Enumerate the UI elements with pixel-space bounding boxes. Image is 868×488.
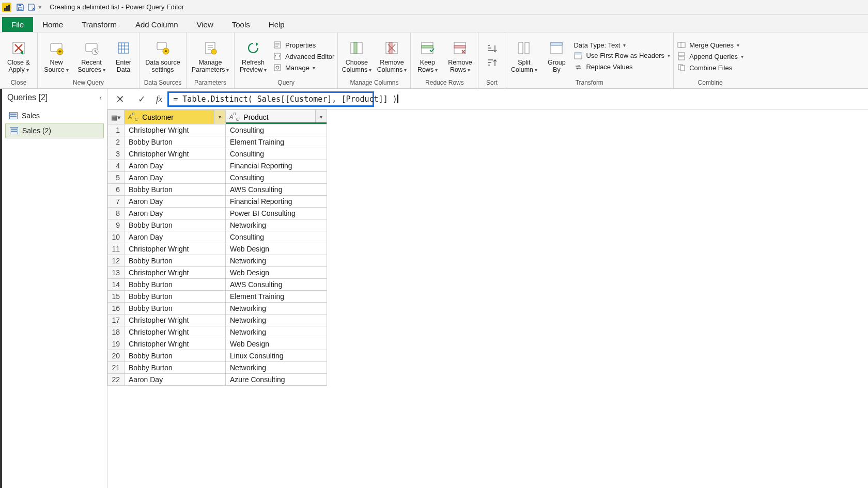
table-row[interactable]: 7Aaron DayFinancial Reporting — [108, 196, 327, 208]
formula-commit-button[interactable]: ✓ — [132, 91, 151, 107]
table-row[interactable]: 14Bobby BurtonAWS Consulting — [108, 279, 327, 291]
row-number[interactable]: 9 — [108, 219, 125, 231]
qat-save-as-icon[interactable] — [26, 2, 37, 13]
split-column-button[interactable]: Split Column — [508, 39, 539, 74]
cell-customer[interactable]: Aaron Day — [125, 160, 226, 172]
sort-desc-button[interactable] — [486, 58, 498, 69]
table-row[interactable]: 3Christopher WrightConsulting — [108, 148, 327, 160]
table-row[interactable]: 22Aaron DayAzure Consulting — [108, 374, 327, 386]
table-row[interactable]: 20Bobby BurtonLinux Consulting — [108, 350, 327, 362]
menu-tools[interactable]: Tools — [223, 17, 259, 32]
column-header-customer[interactable]: ABCCustomer ▾ — [125, 110, 226, 124]
table-row[interactable]: 12Bobby BurtonNetworking — [108, 255, 327, 267]
qat-save-icon[interactable] — [14, 2, 26, 13]
cell-customer[interactable]: Aaron Day — [125, 196, 226, 208]
row-number[interactable]: 21 — [108, 362, 125, 374]
cell-customer[interactable]: Christopher Wright — [125, 148, 226, 160]
menu-file[interactable]: File — [2, 17, 33, 32]
remove-columns-button[interactable]: Remove Columns — [376, 39, 407, 74]
cell-product[interactable]: Networking — [226, 362, 327, 374]
manage-parameters-button[interactable]: Manage Parameters — [190, 39, 231, 74]
table-row[interactable]: 10Aaron DayConsulting — [108, 231, 327, 243]
row-number[interactable]: 18 — [108, 326, 125, 338]
menu-add-column[interactable]: Add Column — [126, 17, 188, 32]
cell-product[interactable]: Element Training — [226, 291, 327, 303]
cell-customer[interactable]: Christopher Wright — [125, 124, 226, 136]
choose-columns-button[interactable]: Choose Columns — [341, 39, 372, 74]
row-number[interactable]: 4 — [108, 160, 125, 172]
enter-data-button[interactable]: Enter Data — [111, 39, 136, 74]
row-number[interactable]: 3 — [108, 148, 125, 160]
table-row[interactable]: 6Bobby BurtonAWS Consulting — [108, 184, 327, 196]
table-row[interactable]: 5Aaron DayConsulting — [108, 172, 327, 184]
cell-customer[interactable]: Bobby Burton — [125, 255, 226, 267]
menu-help[interactable]: Help — [259, 17, 294, 32]
table-row[interactable]: 19Christopher WrightWeb Design — [108, 338, 327, 350]
row-number[interactable]: 7 — [108, 196, 125, 208]
refresh-preview-button[interactable]: Refresh Preview — [238, 39, 269, 74]
keep-rows-button[interactable]: Keep Rows — [414, 39, 441, 74]
row-number[interactable]: 17 — [108, 314, 125, 326]
cell-product[interactable]: Financial Reporting — [226, 160, 327, 172]
formula-cancel-button[interactable]: ✕ — [111, 91, 129, 107]
group-by-button[interactable]: Group By — [544, 39, 569, 74]
table-row[interactable]: 1Christopher WrightConsulting — [108, 124, 327, 136]
cell-product[interactable]: Networking — [226, 303, 327, 314]
cell-customer[interactable]: Christopher Wright — [125, 326, 226, 338]
cell-customer[interactable]: Aaron Day — [125, 374, 226, 386]
table-row[interactable]: 2Bobby BurtonElement Training — [108, 136, 327, 148]
table-row[interactable]: 4Aaron DayFinancial Reporting — [108, 160, 327, 172]
sort-asc-button[interactable] — [486, 43, 498, 55]
row-number[interactable]: 14 — [108, 279, 125, 291]
cell-product[interactable]: Power BI Consulting — [226, 208, 327, 219]
cell-customer[interactable]: Bobby Burton — [125, 279, 226, 291]
cell-product[interactable]: Web Design — [226, 338, 327, 350]
cell-customer[interactable]: Bobby Burton — [125, 184, 226, 196]
cell-customer[interactable]: Bobby Burton — [125, 362, 226, 374]
merge-queries-button[interactable]: Merge Queries — [677, 40, 739, 50]
cell-product[interactable]: Consulting — [226, 148, 327, 160]
cell-customer[interactable]: Christopher Wright — [125, 338, 226, 350]
cell-product[interactable]: AWS Consulting — [226, 184, 327, 196]
menu-home[interactable]: Home — [33, 17, 72, 32]
cell-product[interactable]: Networking — [226, 255, 327, 267]
cell-product[interactable]: Networking — [226, 219, 327, 231]
column-header-product[interactable]: ABCProduct ▾ — [226, 110, 327, 124]
table-corner-button[interactable]: ▦▾ — [108, 110, 125, 124]
combine-files-button[interactable]: Combine Files — [677, 63, 732, 72]
cell-product[interactable]: Web Design — [226, 267, 327, 279]
append-queries-button[interactable]: Append Queries — [677, 52, 743, 61]
table-row[interactable]: 21Bobby BurtonNetworking — [108, 362, 327, 374]
close-apply-button[interactable]: Close & Apply — [3, 39, 34, 74]
cell-product[interactable]: Linux Consulting — [226, 350, 327, 362]
row-number[interactable]: 6 — [108, 184, 125, 196]
cell-product[interactable]: Networking — [226, 326, 327, 338]
queries-pane-header[interactable]: Queries [2] ‹ — [2, 89, 107, 106]
query-item[interactable]: Sales — [5, 108, 104, 123]
row-number[interactable]: 10 — [108, 231, 125, 243]
column-filter-button[interactable]: ▾ — [315, 110, 327, 124]
table-row[interactable]: 8Aaron DayPower BI Consulting — [108, 208, 327, 219]
cell-customer[interactable]: Bobby Burton — [125, 219, 226, 231]
first-row-headers-button[interactable]: Use First Row as Headers — [574, 51, 670, 60]
cell-product[interactable]: AWS Consulting — [226, 279, 327, 291]
menu-transform[interactable]: Transform — [72, 17, 126, 32]
table-row[interactable]: 16Bobby BurtonNetworking — [108, 303, 327, 314]
row-number[interactable]: 13 — [108, 267, 125, 279]
table-row[interactable]: 13Christopher WrightWeb Design — [108, 267, 327, 279]
table-row[interactable]: 11Christopher WrightWeb Design — [108, 243, 327, 255]
cell-product[interactable]: Financial Reporting — [226, 196, 327, 208]
remove-rows-button[interactable]: Remove Rows — [445, 39, 475, 74]
row-number[interactable]: 15 — [108, 291, 125, 303]
properties-button[interactable]: Properties — [273, 40, 316, 50]
cell-customer[interactable]: Christopher Wright — [125, 314, 226, 326]
table-row[interactable]: 17Christopher WrightNetworking — [108, 314, 327, 326]
data-grid-wrap[interactable]: ▦▾ ABCCustomer ▾ ABCProduct ▾ 1Christoph… — [107, 109, 868, 488]
query-item[interactable]: Sales (2) — [5, 123, 104, 138]
cell-customer[interactable]: Christopher Wright — [125, 243, 226, 255]
row-number[interactable]: 8 — [108, 208, 125, 219]
row-number[interactable]: 1 — [108, 124, 125, 136]
advanced-editor-button[interactable]: Advanced Editor — [273, 52, 334, 61]
fx-icon[interactable]: fx — [154, 94, 164, 104]
cell-product[interactable]: Consulting — [226, 124, 327, 136]
